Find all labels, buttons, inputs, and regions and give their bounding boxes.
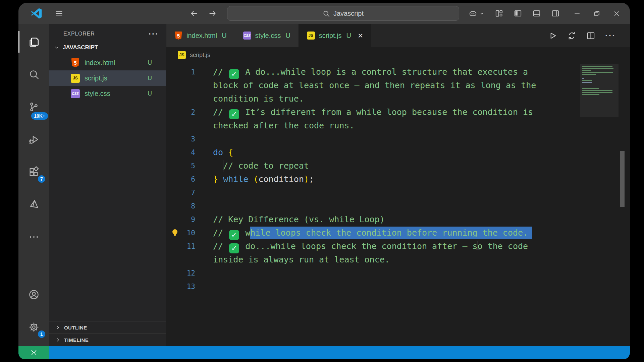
code-line[interactable]: 2// ✓ It’s different from a while loop b… <box>166 106 630 119</box>
tab-bar: 5index.htmlUCSSstyle.cssUJSscript.jsU× ·… <box>166 24 630 47</box>
code-token: // <box>213 67 228 77</box>
activity-item-extensions[interactable]: 7 <box>18 156 49 188</box>
outline-panel-header[interactable]: OUTLINE <box>49 321 166 334</box>
editor-gutter[interactable]: 1 <box>166 65 197 79</box>
search-icon <box>28 69 40 80</box>
line-number: 9 <box>166 213 195 226</box>
code-token: inside is always run at least once. <box>213 255 390 264</box>
code-line[interactable]: 5 // code to repeat <box>166 159 630 173</box>
breadcrumb[interactable]: JS script.js <box>166 47 630 63</box>
code-line[interactable]: 6} while (condition); <box>166 173 630 186</box>
line-number: 11 <box>166 240 195 253</box>
tab-script.js[interactable]: JSscript.jsU× <box>299 24 371 47</box>
editor-gutter[interactable] <box>166 253 197 266</box>
code-line[interactable]: 12 <box>166 266 630 280</box>
line-number: 7 <box>166 186 195 199</box>
code-line-text: // Key Difference (vs. while Loop) <box>197 213 385 226</box>
editor-gutter[interactable]: 6 <box>166 173 197 186</box>
code-token: // Key Difference (vs. while Loop) <box>213 215 385 224</box>
code-line[interactable]: 8 <box>166 199 630 213</box>
editor-gutter[interactable]: 2 <box>166 106 197 119</box>
editor-gutter[interactable]: 9 <box>166 213 197 226</box>
toggle-primary-sidebar-icon[interactable] <box>514 9 522 18</box>
activity-item-run-debug[interactable] <box>18 123 49 156</box>
minimap[interactable] <box>582 66 616 100</box>
more-actions-icon[interactable]: ··· <box>605 31 616 41</box>
command-center-search[interactable]: Javascript <box>227 6 459 21</box>
code-line[interactable]: 13 <box>166 280 630 293</box>
code-editor[interactable]: 1// ✓ A do...while loop is a control str… <box>166 63 630 346</box>
activity-item-settings[interactable]: 1 <box>18 311 49 343</box>
activity-item-account[interactable] <box>18 278 49 311</box>
editor-gutter[interactable] <box>166 119 197 132</box>
editor-scrollbar[interactable] <box>620 151 625 207</box>
code-line[interactable]: 11// ✓ do...while loops check the condit… <box>166 240 630 253</box>
lightbulb-icon[interactable] <box>172 229 178 236</box>
code-line[interactable]: 1// ✓ A do...while loop is a control str… <box>166 65 630 79</box>
file-row-index.html[interactable]: 5index.htmlU <box>49 55 166 70</box>
editor-gutter[interactable] <box>166 92 197 106</box>
code-line[interactable]: condition is true. <box>166 92 630 106</box>
file-row-style.css[interactable]: CSSstyle.cssU <box>49 86 166 101</box>
toggle-panel-icon[interactable] <box>532 9 541 18</box>
editor-gutter[interactable]: 7 <box>166 186 197 199</box>
tab-close-icon[interactable]: × <box>358 32 363 39</box>
code-line-text: do { <box>197 146 233 159</box>
code-line[interactable]: 7 <box>166 186 630 199</box>
code-line[interactable]: 3 <box>166 132 630 146</box>
file-name: index.html <box>85 59 115 67</box>
minimap-slider[interactable] <box>580 64 619 117</box>
activity-badge: 1 <box>38 330 45 338</box>
menu-icon[interactable] <box>55 9 63 18</box>
code-line[interactable]: 10// ✓ while loops check the condition b… <box>166 226 630 240</box>
split-editor-icon[interactable] <box>586 31 596 41</box>
file-row-script.js[interactable]: JSscript.jsU <box>49 70 166 86</box>
folder-section-javascript[interactable]: JAVASCRIPT <box>49 40 166 55</box>
activity-item-source-control[interactable]: 10K+ <box>18 90 49 123</box>
code-line[interactable]: inside is always run at least once. <box>166 253 630 266</box>
editor-gutter[interactable]: 12 <box>166 266 197 280</box>
editor-gutter[interactable]: 5 <box>166 159 197 173</box>
breadcrumb-file: script.js <box>190 52 210 59</box>
activity-item-explorer[interactable] <box>18 25 49 58</box>
explorer-more-actions[interactable]: ··· <box>149 32 159 36</box>
tab-index.html[interactable]: 5index.htmlU <box>166 24 235 47</box>
line-number: 5 <box>166 159 195 173</box>
ext-icon <box>28 166 40 178</box>
nav-forward-icon[interactable] <box>208 9 217 18</box>
window-minimize-icon[interactable] <box>573 10 581 17</box>
editor-gutter[interactable]: 10 <box>166 226 197 240</box>
editor-gutter[interactable] <box>166 79 197 92</box>
editor-gutter[interactable]: 8 <box>166 199 197 213</box>
editor-gutter[interactable]: 13 <box>166 280 197 293</box>
activity-item-prism[interactable] <box>18 188 49 221</box>
timeline-panel-header[interactable]: TIMELINE <box>49 334 166 346</box>
code-token <box>223 147 228 157</box>
outline-label: OUTLINE <box>64 325 87 330</box>
tab-style.css[interactable]: CSSstyle.cssU <box>235 24 299 47</box>
nav-back-icon[interactable] <box>190 9 198 18</box>
code-token: A do...while loop is a control structure… <box>240 67 528 77</box>
files-icon <box>28 36 40 48</box>
search-icon <box>322 10 330 17</box>
run-icon[interactable] <box>548 31 557 41</box>
remote-indicator[interactable] <box>18 346 49 359</box>
code-line[interactable]: 4do { <box>166 146 630 159</box>
toggle-secondary-sidebar-icon[interactable] <box>551 9 560 18</box>
editor-gutter[interactable]: 3 <box>166 132 197 146</box>
customize-layout-icon[interactable] <box>495 9 503 18</box>
open-changes-icon[interactable] <box>567 31 577 41</box>
window-restore-icon[interactable] <box>593 10 601 17</box>
check-emoji-icon: ✓ <box>229 243 239 253</box>
activity-item-more[interactable] <box>18 221 49 253</box>
editor-gutter[interactable]: 11 <box>166 240 197 253</box>
copilot-button[interactable] <box>469 9 485 18</box>
window-close-icon[interactable] <box>613 10 621 17</box>
editor-gutter[interactable]: 4 <box>166 146 197 159</box>
code-line[interactable]: block of code at least once — and then r… <box>166 79 630 92</box>
code-line[interactable]: 9// Key Difference (vs. while Loop) <box>166 213 630 226</box>
activity-item-search[interactable] <box>18 58 49 90</box>
code-line[interactable]: checked after the code runs. <box>166 119 630 132</box>
code-line-text: // ✓ It’s different from a while loop be… <box>197 106 533 119</box>
code-line-text: // ✓ do...while loops check the conditio… <box>197 240 528 253</box>
